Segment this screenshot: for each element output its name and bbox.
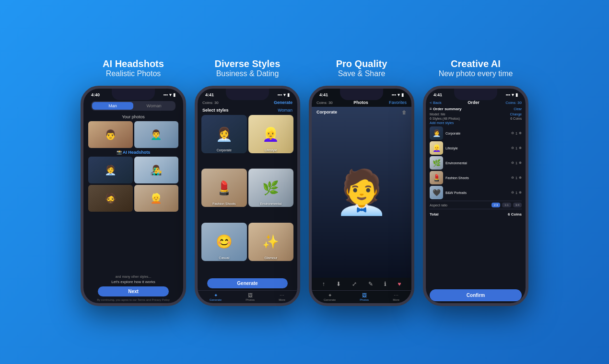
confirm-button[interactable]: Confirm — [430, 289, 522, 301]
p4-back-btn[interactable]: < Back — [430, 101, 442, 105]
phone4-notch — [454, 89, 497, 100]
style-label-casual: Casual — [201, 256, 247, 260]
p4-styles-info: 6 Styles (48 Photos) 6 Coins — [430, 117, 522, 120]
p4-model-label: Model: Me — [430, 113, 445, 116]
p2-nav-more[interactable]: ⋯ More — [279, 293, 285, 301]
download-icon[interactable]: ⬇ — [336, 281, 341, 287]
signal-icon4: ▪▪▪ — [505, 92, 510, 97]
p4-aspect-34[interactable]: 3:4 — [513, 203, 522, 207]
battery-icon4: ▮ — [515, 92, 518, 97]
phone1-notch — [112, 89, 155, 100]
photo-thumb-1: 👨 — [88, 121, 133, 148]
p4-total-row: Total 6 Coins — [430, 211, 522, 218]
phone1-header: AI Headshots Realistic Photos — [103, 58, 164, 78]
edit-icon[interactable]: ✎ — [368, 281, 373, 287]
style-img-environmental: 🌿 — [248, 169, 294, 207]
p4-stepper-corporate[interactable]: ⊖1⊕ — [511, 131, 522, 135]
phone2-app-header: Coins: 30 Generate — [198, 99, 297, 107]
share-icon[interactable]: ↑ — [322, 281, 325, 287]
p3-nav-generate[interactable]: ✦ Generate — [324, 293, 336, 301]
phone2-title: Diverse Styles — [215, 58, 281, 69]
expand-icon[interactable]: ⤢ — [352, 281, 357, 287]
face-icon-5: 🧔 — [88, 185, 133, 212]
phone1-screen: 4:40 ▪▪▪ ▾ ▮ Man Woman Your photos 👨 — [83, 89, 183, 303]
p4-style-name-environmental: Environmental — [445, 161, 509, 165]
p3-bottom-nav: ✦ Generate 🖼 Photos ⋯ More — [312, 290, 411, 303]
phone2-notch — [226, 89, 269, 100]
photos-nav-icon: 🖼 — [248, 293, 253, 298]
p3-actions: ↑ ⬇ ⤢ ✎ ℹ ♥ — [312, 278, 411, 290]
photo-thumb-3: 🧑‍💼 — [88, 157, 133, 183]
p4-style-item-lifestyle: 👱‍♀️ Lifestyle ⊖1⊕ — [430, 141, 522, 155]
tab-woman[interactable]: Woman — [133, 102, 175, 110]
p3-generate-nav-icon: ✦ — [328, 293, 332, 298]
style-item-glamour[interactable]: ✨ Glamour — [248, 223, 294, 261]
phone3-status-icons: ▪▪▪ ▾ ▮ — [391, 92, 404, 97]
p2-gen-button[interactable]: Generate — [207, 278, 288, 288]
p4-thumb-bw: 🖤 — [430, 186, 443, 199]
phone3-frame: 4:41 ▪▪▪ ▾ ▮ Coins: 30 Photos Favorites … — [309, 86, 414, 306]
p2-nav-generate-label: Generate — [210, 298, 222, 301]
phone1-subtitle: Realistic Photos — [103, 69, 164, 78]
battery-icon2: ▮ — [287, 92, 290, 97]
p4-thumb-fashion: 💄 — [430, 171, 443, 184]
style-item-environmental[interactable]: 🌿 Environmental — [248, 169, 294, 207]
p3-coins: Coins: 30 — [316, 101, 333, 105]
p2-generate-btn[interactable]: Generate — [274, 100, 293, 105]
p4-order-header: ≡ Order summary Clear — [430, 107, 522, 111]
p2-nav-photos[interactable]: 🖼 Photos — [246, 293, 255, 301]
p4-change-btn[interactable]: Change — [510, 113, 522, 116]
p4-divider — [430, 201, 522, 201]
p3-favorites[interactable]: Favorites — [389, 100, 407, 105]
face-icon-2: 👨‍🦱 — [134, 121, 179, 148]
phone1-frame: 4:40 ▪▪▪ ▾ ▮ Man Woman Your photos 👨 — [81, 86, 186, 306]
p4-thumb-environmental: 🌿 — [430, 156, 443, 170]
face-icon-1: 👨 — [88, 121, 133, 148]
style-img-fashion: 💄 — [201, 169, 247, 207]
p4-style-item-corporate: 👩‍💼 Corporate ⊖1⊕ — [430, 126, 522, 140]
signal-icon2: ▪▪▪ — [277, 92, 282, 97]
p2-nav-generate[interactable]: ✦ Generate — [210, 293, 222, 301]
p4-aspect-11[interactable]: 1:1 — [502, 203, 511, 207]
p4-thumb-corporate: 👩‍💼 — [430, 126, 443, 140]
and-more-label: and many other styles... — [88, 275, 178, 278]
phone4-subtitle: New photo every time — [439, 69, 513, 78]
p3-nav-photos[interactable]: 🖼 Photos — [360, 293, 369, 301]
p3-nav-more[interactable]: ⋯ More — [393, 293, 399, 301]
p3-header-title: Photos — [353, 100, 368, 105]
p4-style-name-bw: B&W Portraits — [445, 191, 509, 194]
phone2-screen: 4:41 ▪▪▪ ▾ ▮ Coins: 30 Generate Select s… — [198, 89, 297, 303]
photo-thumb-5: 🧔 — [88, 185, 133, 212]
phone3-time: 4:41 — [319, 92, 328, 97]
phone-section-3: Pro Quality Save & Share 4:41 ▪▪▪ ▾ ▮ Co… — [309, 58, 414, 306]
p4-stepper-environmental[interactable]: ⊖1⊕ — [511, 161, 522, 165]
p4-style-item-bw: 🖤 B&W Portraits ⊖1⊕ — [430, 186, 522, 199]
style-label-glamour: Glamour — [248, 256, 294, 260]
p4-clear-btn[interactable]: Clear — [514, 107, 522, 111]
p3-photos-nav-icon: 🖼 — [362, 293, 367, 298]
p4-stepper-lifestyle[interactable]: ⊖1⊕ — [511, 146, 522, 150]
heart-icon[interactable]: ♥ — [398, 281, 401, 287]
p2-woman-label[interactable]: Woman — [278, 108, 293, 113]
style-item-lifestyle[interactable]: 👱‍♀️ Lifestyle — [248, 115, 294, 153]
p3-trash-icon[interactable]: 🗑 — [402, 110, 407, 115]
explore-label: Let's explore how it works — [88, 280, 178, 284]
p4-add-styles-btn[interactable]: Add more styles — [430, 121, 522, 125]
tab-man[interactable]: Man — [92, 102, 133, 110]
info-icon[interactable]: ℹ — [384, 281, 386, 287]
p4-aspect-23[interactable]: 2:3 — [492, 203, 500, 207]
style-item-corporate[interactable]: 👩‍💼 Corporate — [201, 115, 247, 153]
wifi-icon3: ▾ — [398, 92, 400, 97]
signal-icon: ▪▪▪ — [163, 92, 168, 97]
p4-stepper-bw[interactable]: ⊖1⊕ — [511, 191, 522, 194]
style-img-lifestyle: 👱‍♀️ — [248, 115, 294, 153]
ai-headshots-badge: 📸 AI Headshots — [83, 150, 183, 155]
phones-container: AI Headshots Realistic Photos 4:40 ▪▪▪ ▾… — [66, 48, 543, 316]
next-button[interactable]: Next — [98, 286, 169, 296]
style-item-casual[interactable]: 😊 Casual — [201, 223, 247, 261]
phone2-status-icons: ▪▪▪ ▾ ▮ — [277, 92, 290, 97]
phone2-frame: 4:41 ▪▪▪ ▾ ▮ Coins: 30 Generate Select s… — [195, 86, 300, 306]
style-item-fashion[interactable]: 💄 Fashion Shoots — [201, 169, 247, 207]
more-nav-icon: ⋯ — [280, 293, 284, 298]
p4-stepper-fashion[interactable]: ⊖1⊕ — [511, 176, 522, 180]
